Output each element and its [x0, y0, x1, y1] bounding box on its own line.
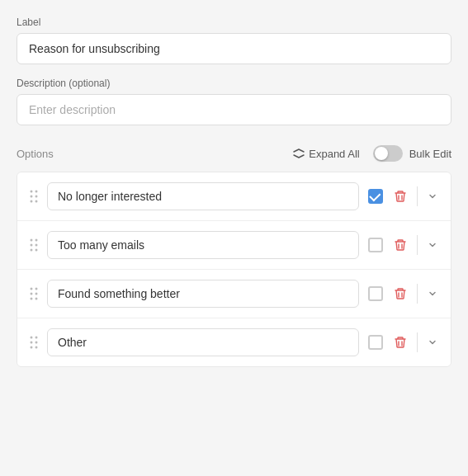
option-row	[17, 221, 451, 270]
svg-point-16	[31, 298, 33, 300]
expand-icon	[293, 148, 305, 159]
svg-point-11	[35, 249, 38, 252]
expand-all-label: Expand All	[309, 148, 359, 160]
bulk-edit-container: Bulk Edit	[373, 145, 451, 162]
options-label: Options	[17, 148, 54, 160]
option-checkbox[interactable]	[368, 238, 383, 252]
expand-row-button[interactable]	[426, 287, 439, 300]
option-checkbox[interactable]	[368, 189, 383, 204]
svg-point-4	[31, 200, 33, 203]
svg-point-18	[31, 337, 33, 339]
option-checkbox[interactable]	[368, 335, 383, 350]
svg-point-1	[35, 191, 38, 193]
option-row	[17, 172, 451, 221]
description-input[interactable]	[17, 94, 451, 125]
row-divider	[417, 235, 418, 255]
option-row	[17, 270, 451, 318]
checkbox-wrap	[367, 188, 384, 205]
svg-point-21	[35, 342, 38, 344]
svg-point-5	[35, 200, 38, 203]
svg-point-13	[35, 288, 38, 290]
label-input[interactable]	[17, 33, 451, 64]
expand-row-button[interactable]	[426, 190, 439, 203]
svg-point-3	[35, 196, 38, 198]
option-checkbox[interactable]	[368, 286, 383, 301]
svg-point-23	[35, 346, 38, 349]
svg-point-10	[31, 249, 33, 252]
options-header: Options Expand All Bulk Edit	[17, 145, 451, 162]
option-row	[17, 318, 451, 366]
row-divider	[417, 186, 418, 206]
svg-point-12	[31, 288, 33, 290]
svg-point-6	[31, 239, 33, 242]
toggle-knob	[375, 147, 388, 160]
checkbox-wrap	[367, 285, 384, 302]
delete-option-button[interactable]	[392, 285, 409, 302]
option-input[interactable]	[47, 328, 359, 356]
label-field-group: Label	[17, 16, 451, 64]
expand-row-button[interactable]	[426, 336, 439, 349]
option-input[interactable]	[47, 280, 359, 308]
checkbox-wrap	[367, 237, 384, 253]
svg-point-22	[31, 346, 33, 349]
expand-row-button[interactable]	[426, 238, 439, 252]
drag-handle[interactable]	[29, 286, 39, 301]
delete-option-button[interactable]	[392, 188, 409, 205]
svg-point-7	[35, 239, 38, 242]
svg-point-0	[31, 191, 33, 193]
svg-point-14	[31, 293, 33, 295]
svg-point-17	[35, 298, 38, 300]
svg-point-20	[31, 342, 33, 344]
options-list	[17, 172, 451, 367]
svg-point-15	[35, 293, 38, 295]
expand-all-button[interactable]: Expand All	[293, 148, 359, 160]
svg-point-8	[31, 244, 33, 247]
svg-point-19	[35, 337, 38, 339]
delete-option-button[interactable]	[392, 237, 409, 253]
svg-point-9	[35, 244, 38, 247]
bulk-edit-toggle[interactable]	[373, 145, 403, 162]
options-controls: Expand All Bulk Edit	[293, 145, 451, 162]
drag-handle[interactable]	[29, 189, 39, 204]
bulk-edit-label: Bulk Edit	[409, 148, 451, 160]
row-divider	[417, 284, 418, 304]
description-field-label: Description (optional)	[17, 78, 451, 89]
option-input[interactable]	[47, 231, 359, 259]
svg-point-2	[31, 196, 33, 198]
option-input[interactable]	[47, 182, 359, 210]
drag-handle[interactable]	[29, 335, 39, 350]
row-divider	[417, 332, 418, 352]
label-field-label: Label	[17, 16, 451, 28]
description-field-group: Description (optional)	[17, 78, 451, 125]
drag-handle[interactable]	[29, 238, 39, 252]
delete-option-button[interactable]	[392, 334, 409, 351]
checkbox-wrap	[367, 334, 384, 351]
